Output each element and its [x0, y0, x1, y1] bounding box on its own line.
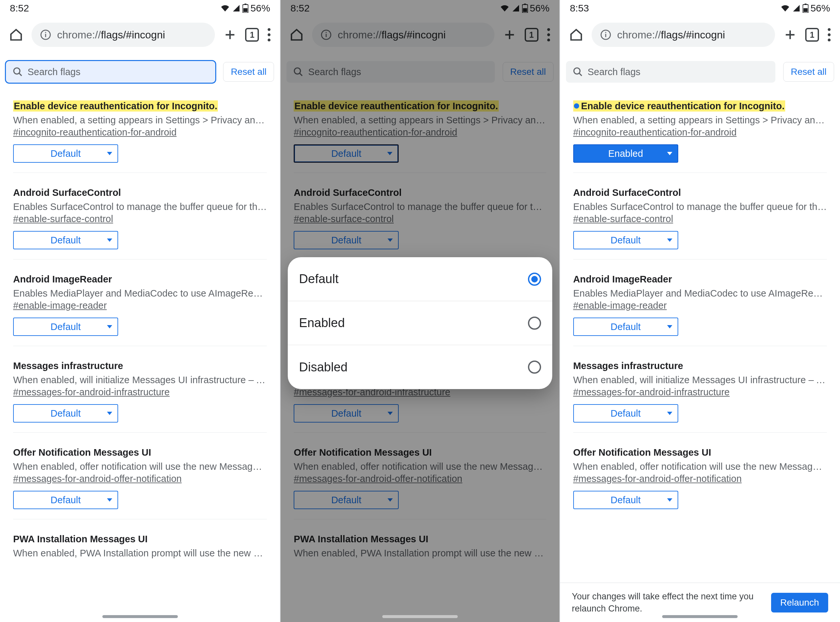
browser-top-bar: chrome://flags/#incogni 1 — [560, 17, 840, 53]
flags-list: Enable device reauthentication for Incog… — [0, 86, 280, 559]
chevron-down-icon — [667, 238, 672, 242]
chevron-down-icon — [667, 499, 672, 502]
omnibox[interactable]: chrome://flags/#incogni — [592, 23, 775, 47]
flag-anchor[interactable]: #enable-surface-control — [13, 213, 113, 224]
flag-item: Messages infrastructure When enabled, wi… — [13, 346, 267, 433]
battery-percent: 56% — [811, 3, 830, 14]
svg-point-6 — [268, 28, 271, 31]
flag-anchor[interactable]: #enable-image-reader — [573, 300, 667, 311]
flag-anchor[interactable]: #messages-for-android-infrastructure — [13, 387, 170, 398]
flag-title: Enable device reauthentication for Incog… — [573, 101, 785, 111]
home-icon[interactable] — [9, 28, 23, 42]
search-icon — [12, 67, 23, 77]
search-placeholder: Search flags — [27, 67, 81, 78]
wifi-icon — [780, 4, 790, 12]
flag-title: Enable device reauthentication for Incog… — [13, 101, 218, 111]
flag-title: Messages infrastructure — [573, 361, 827, 371]
status-icons: 56% — [780, 3, 830, 14]
omnibox[interactable]: chrome://flags/#incogni — [32, 23, 215, 47]
flag-dropdown[interactable]: Default — [573, 491, 678, 509]
more-icon[interactable] — [267, 28, 271, 41]
flag-item: Android ImageReader Enables MediaPlayer … — [573, 259, 827, 346]
flag-item: Enable device reauthentication for Incog… — [573, 86, 827, 173]
info-icon — [40, 29, 51, 40]
flag-dropdown[interactable]: Default — [13, 491, 118, 509]
svg-point-8 — [268, 39, 271, 41]
nav-handle[interactable] — [102, 615, 178, 618]
battery-icon — [803, 4, 808, 13]
reset-all-button[interactable]: Reset all — [223, 62, 274, 82]
flag-description: When enabled, PWA Installation prompt wi… — [13, 548, 267, 559]
select-option-default[interactable]: Default — [288, 257, 552, 301]
search-input[interactable]: Search flags — [6, 61, 215, 83]
search-input[interactable]: Search flags — [566, 61, 775, 83]
flag-dropdown[interactable]: Default — [13, 144, 118, 163]
chevron-down-icon — [107, 325, 112, 328]
flag-title: PWA Installation Messages UI — [13, 534, 267, 544]
flag-dropdown[interactable]: Default — [573, 404, 678, 422]
flag-description: When enabled, offer notification will us… — [13, 461, 267, 472]
svg-line-32 — [579, 73, 582, 76]
relaunch-button[interactable]: Relaunch — [771, 593, 828, 613]
flag-dropdown[interactable]: Default — [13, 231, 118, 249]
flag-anchor[interactable]: #messages-for-android-offer-notification — [573, 473, 742, 484]
svg-rect-5 — [45, 32, 46, 33]
more-icon[interactable] — [828, 28, 831, 41]
new-tab-icon[interactable] — [223, 28, 236, 41]
nav-handle[interactable] — [382, 615, 458, 618]
svg-point-7 — [268, 34, 271, 37]
screenshot-right: 8:53 56% chrome://flags/#incogni 1 Searc… — [560, 0, 840, 622]
status-icons: 56% — [220, 3, 270, 14]
flag-item: PWA Installation Messages UI When enable… — [13, 519, 267, 559]
wifi-icon — [220, 4, 230, 12]
flag-item: Android SurfaceControl Enables SurfaceCo… — [13, 173, 267, 259]
flag-dropdown[interactable]: Enabled — [573, 144, 678, 163]
flag-anchor[interactable]: #messages-for-android-infrastructure — [573, 387, 730, 398]
reset-all-button[interactable]: Reset all — [783, 62, 834, 82]
chevron-down-icon — [107, 238, 112, 242]
flag-anchor[interactable]: #enable-image-reader — [13, 300, 107, 311]
flags-toolbar: Search flags Reset all — [560, 53, 840, 86]
flag-description: Enables MediaPlayer and MediaCodec to us… — [573, 288, 827, 299]
flag-anchor[interactable]: #incognito-reauthentication-for-android — [13, 127, 177, 138]
clock: 8:52 — [10, 3, 29, 14]
chevron-down-icon — [667, 152, 672, 155]
svg-point-28 — [828, 28, 831, 31]
nav-handle[interactable] — [662, 615, 738, 618]
svg-line-10 — [19, 73, 22, 76]
flag-anchor[interactable]: #incognito-reauthentication-for-android — [573, 127, 736, 138]
tab-switcher[interactable]: 1 — [245, 28, 259, 42]
flag-description: Enables SurfaceControl to manage the buf… — [573, 201, 827, 212]
battery-icon — [242, 4, 248, 13]
flags-toolbar: Search flags Reset all — [0, 53, 280, 86]
url-text: chrome://flags/#incogni — [57, 29, 165, 41]
radio-icon — [528, 273, 541, 286]
new-tab-icon[interactable] — [784, 28, 797, 41]
relaunch-notice: Your changes will take effect the next t… — [572, 590, 756, 614]
flag-dropdown[interactable]: Default — [573, 317, 678, 336]
status-bar: 8:53 56% — [560, 0, 840, 17]
home-icon[interactable] — [569, 28, 583, 42]
flag-dropdown[interactable]: Default — [573, 231, 678, 249]
signal-icon — [232, 4, 241, 12]
flag-description: When enabled, offer notification will us… — [573, 461, 827, 472]
flag-description: Enables MediaPlayer and MediaCodec to us… — [13, 288, 267, 299]
flag-anchor[interactable]: #messages-for-android-offer-notification — [13, 473, 182, 484]
select-option-disabled[interactable]: Disabled — [288, 345, 552, 389]
svg-rect-23 — [805, 4, 806, 5]
screenshot-middle: 8:52 56% chrome://flags/#incogni 1 Searc… — [280, 0, 560, 622]
chevron-down-icon — [667, 325, 672, 328]
clock: 8:53 — [570, 3, 589, 14]
flag-dropdown[interactable]: Default — [13, 404, 118, 422]
browser-top-bar: chrome://flags/#incogni 1 — [0, 17, 280, 53]
signal-icon — [792, 4, 800, 12]
flags-list: Enable device reauthentication for Incog… — [560, 86, 840, 509]
flag-anchor[interactable]: #enable-surface-control — [573, 213, 673, 224]
select-option-enabled[interactable]: Enabled — [288, 301, 552, 345]
screenshot-left: 8:52 56% chrome://flags/#incogni 1 Searc… — [0, 0, 280, 622]
tab-switcher[interactable]: 1 — [805, 28, 819, 42]
flag-dropdown[interactable]: Default — [13, 317, 118, 336]
chevron-down-icon — [667, 412, 672, 415]
flag-item: Offer Notification Messages UI When enab… — [13, 433, 267, 519]
chevron-down-icon — [107, 152, 112, 155]
